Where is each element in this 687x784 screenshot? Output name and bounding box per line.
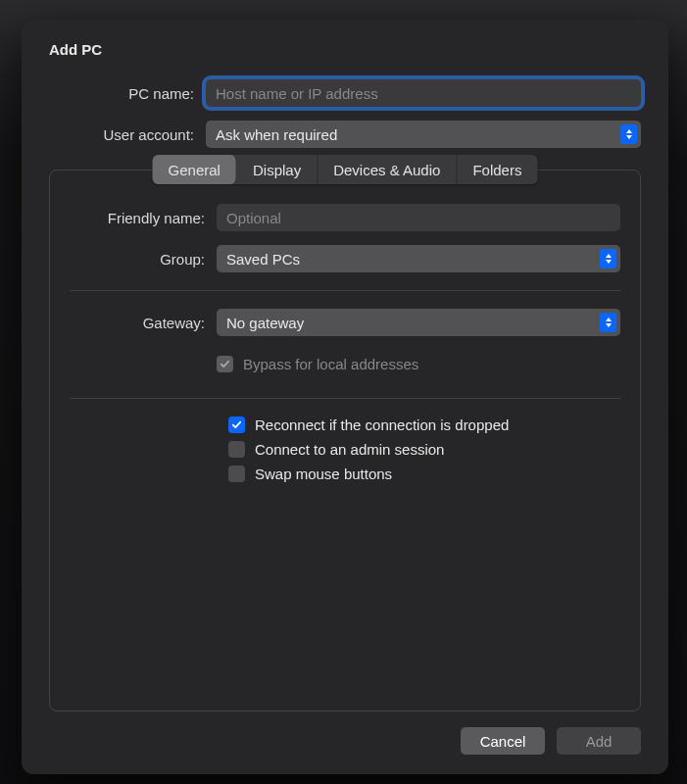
tab-devices-audio[interactable]: Devices & Audio (318, 155, 457, 184)
tab-general[interactable]: General (153, 155, 237, 184)
swap-mouse-checkbox-label: Swap mouse buttons (255, 466, 392, 482)
admin-session-checkbox[interactable] (228, 441, 245, 458)
add-button[interactable]: Add (557, 727, 641, 755)
admin-session-checkbox-label: Connect to an admin session (255, 441, 444, 458)
gateway-value: No gateway (226, 315, 304, 331)
group-select[interactable]: Saved PCs (217, 245, 620, 272)
bypass-local-checkbox-label: Bypass for local addresses (243, 356, 418, 372)
chevron-up-down-icon (600, 249, 616, 269)
check-icon (231, 419, 242, 430)
divider (70, 290, 620, 291)
reconnect-checkbox[interactable] (228, 416, 245, 433)
group-value: Saved PCs (226, 251, 300, 268)
cancel-button[interactable]: Cancel (461, 727, 545, 755)
group-label: Group: (70, 251, 217, 268)
tab-folders[interactable]: Folders (457, 155, 537, 184)
add-pc-dialog: Add PC PC name: User account: Ask when r… (22, 20, 668, 774)
gateway-select[interactable]: No gateway (217, 309, 620, 336)
user-account-select[interactable]: Ask when required (206, 121, 641, 148)
reconnect-checkbox-label: Reconnect if the connection is dropped (255, 416, 509, 433)
gateway-label: Gateway: (70, 315, 217, 331)
check-icon (220, 359, 230, 369)
tab-bar: General Display Devices & Audio Folders (153, 155, 538, 184)
divider (70, 398, 620, 399)
settings-groupbox: General Display Devices & Audio Folders … (49, 170, 641, 711)
dialog-footer: Cancel Add (49, 711, 641, 755)
dialog-title: Add PC (49, 41, 641, 58)
chevron-up-down-icon (600, 313, 616, 332)
pc-name-input[interactable] (206, 79, 641, 107)
pc-name-label: PC name: (49, 85, 206, 102)
bypass-local-checkbox (217, 356, 233, 372)
tab-display[interactable]: Display (237, 155, 318, 184)
user-account-label: User account: (49, 126, 206, 143)
friendly-name-input[interactable] (217, 204, 620, 231)
user-account-value: Ask when required (216, 126, 337, 143)
chevron-up-down-icon (620, 124, 637, 144)
friendly-name-label: Friendly name: (70, 210, 217, 226)
swap-mouse-checkbox[interactable] (228, 466, 245, 482)
